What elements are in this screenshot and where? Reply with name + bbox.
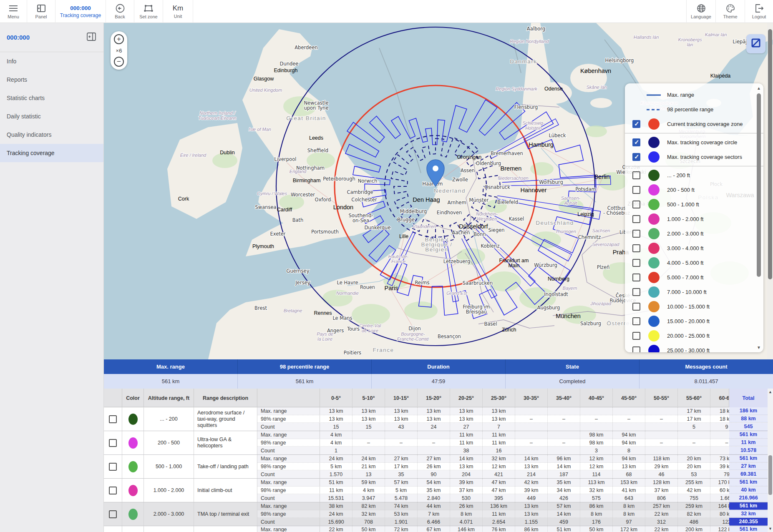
subrow-label: Count	[257, 423, 320, 431]
zoom-in-button[interactable]: +	[114, 34, 124, 44]
total-cell[interactable]: 561 km	[729, 479, 768, 486]
angle-value-cell: 5.478	[385, 494, 418, 502]
angle-value-cell-cut: 122 km	[710, 526, 729, 532]
legend-checkbox[interactable]	[632, 153, 640, 161]
legend-checkbox[interactable]	[632, 244, 640, 252]
sidebar-item-statistic-charts[interactable]: Statistic charts	[0, 89, 103, 107]
checkbox-cell	[104, 502, 122, 526]
angle-value-cell: 3	[580, 447, 613, 454]
toggle-basemap-button[interactable]	[746, 34, 765, 53]
table-subrow: Count138163810.578	[257, 447, 768, 454]
angle-value-cell: 5 km	[320, 463, 353, 470]
angle-value-cell: 4 km	[320, 431, 353, 439]
language-button[interactable]: Language	[686, 0, 715, 23]
sidebar-item-tracking-coverage[interactable]: Tracking coverage	[0, 144, 103, 162]
sidebar-item-info[interactable]: Info	[0, 52, 103, 70]
total-cell[interactable]: 27 km	[729, 463, 768, 470]
total-cell[interactable]: 561 km	[729, 455, 768, 462]
map-label: Osnabrück	[484, 184, 510, 190]
total-cell[interactable]: 10.578	[729, 447, 768, 454]
total-cell[interactable]: 216.966	[729, 494, 768, 502]
coverage-table-body: ... - 200Aerodrome surface / taxi-way, g…	[104, 407, 773, 532]
total-cell[interactable]: 545	[729, 423, 768, 431]
table-row[interactable]: 1.000 - 2.000Initial climb-outMax. range…	[104, 479, 773, 502]
theme-button[interactable]: Theme	[715, 0, 745, 23]
table-scroll-down-icon[interactable]: ▼	[768, 527, 773, 531]
total-cell[interactable]: 561 km	[729, 526, 768, 532]
map-scrollbar[interactable]	[767, 23, 773, 359]
legend-checkbox[interactable]	[632, 230, 640, 238]
legend-checkbox[interactable]	[632, 332, 640, 340]
legend-checkbox[interactable]	[632, 303, 640, 311]
logout-button[interactable]: Logout	[745, 0, 773, 23]
legend-scroll-down-icon[interactable]: ▼	[756, 345, 761, 350]
row-checkbox[interactable]	[109, 439, 117, 447]
table-row[interactable]: ... - 200Aerodrome surface / taxi-way, g…	[104, 407, 773, 431]
total-cell[interactable]: 40 km	[729, 487, 768, 494]
menu-button[interactable]: Menu	[0, 0, 27, 23]
zoom-out-button[interactable]: −	[114, 57, 124, 67]
legend-checkbox[interactable]	[632, 346, 640, 352]
table-scrollbar[interactable]: ▲ ▼	[768, 389, 773, 532]
legend-checkbox[interactable]	[632, 215, 640, 223]
map-label: Bourgogne-Franche-Comté	[397, 331, 429, 341]
map-label: Severozápad	[592, 242, 620, 247]
total-cell[interactable]: 561 km	[729, 431, 768, 439]
row-checkbox[interactable]	[109, 415, 117, 423]
map-label: Düsseldorf	[459, 223, 488, 230]
total-cell[interactable]: 11 km	[729, 439, 768, 447]
total-cell[interactable]: 186 km	[729, 407, 768, 415]
legend-checkbox[interactable]	[632, 171, 640, 179]
legend-toggle-max-tracking-coverage-sectors: Max. tracking coverage sectors	[625, 150, 763, 164]
back-button[interactable]: Back	[106, 0, 134, 23]
collapse-panel-icon[interactable]	[87, 33, 96, 43]
total-cell[interactable]: 240.355	[729, 518, 768, 526]
table-subrow: Max. range51 km59 km57 km54 km39 km47 km…	[257, 479, 768, 487]
table-row[interactable]: 2.000 - 3.000TMA top / terminal exitMax.…	[104, 502, 773, 526]
angle-value-cell-cut: 80 km	[710, 510, 729, 518]
tab-tracking-coverage[interactable]: 000:000 Tracking coverage	[55, 0, 106, 23]
angle-value-cell: 47 km	[483, 479, 515, 486]
sidebar-item-daily-statistic[interactable]: Daily statistic	[0, 107, 103, 125]
total-cell[interactable]: 32 km	[729, 510, 768, 518]
table-row[interactable]: 500 - 1.000Take-off / landing pathMax. r…	[104, 455, 773, 479]
toolbar: Menu Panel 000:000 Tracking coverage Bac…	[0, 0, 773, 23]
sidebar-item-reports[interactable]: Reports	[0, 70, 103, 89]
total-cell[interactable]: 69.381	[729, 470, 768, 478]
angle-value-cell-cut: 60 km	[710, 487, 729, 494]
total-cell[interactable]: 561 km	[729, 502, 768, 510]
legend-checkbox[interactable]	[632, 186, 640, 194]
table-scroll-thumb[interactable]	[768, 455, 772, 495]
row-checkbox[interactable]	[109, 463, 117, 471]
legend-checkbox[interactable]	[632, 259, 640, 267]
legend-scroll-thumb[interactable]	[757, 93, 761, 277]
legend-checkbox[interactable]	[632, 274, 640, 281]
sidebar-item-quality-indicators[interactable]: Quality indicators	[0, 125, 103, 144]
table-row[interactable]: 200 - 500Ultra-low GA & helicoptersMax. …	[104, 431, 773, 455]
angle-value-cell: 96 km	[548, 455, 580, 462]
panel-button[interactable]: Panel	[27, 0, 55, 23]
angle-value-cell: 37 km	[645, 487, 678, 494]
legend-checkbox[interactable]	[632, 201, 640, 208]
set-zone-button[interactable]: Set zone	[134, 0, 163, 23]
legend-scrollbar[interactable]: ▲ ▼	[756, 86, 762, 350]
row-checkbox[interactable]	[109, 510, 117, 518]
legend-scroll-up-icon[interactable]: ▲	[756, 86, 761, 90]
table-scroll-up-icon[interactable]: ▲	[768, 390, 773, 394]
color-swatch	[648, 286, 660, 298]
zoom-level-label: ×6	[116, 48, 122, 54]
map-label: Bath	[292, 217, 304, 223]
unit-button[interactable]: Km Unit	[163, 0, 193, 23]
map-scroll-thumb[interactable]	[768, 29, 772, 279]
map-label: Thüringen	[555, 229, 576, 234]
map-label: Worcester	[291, 192, 315, 198]
summary-value-cell: 561 km	[238, 374, 372, 389]
legend-checkbox[interactable]	[632, 138, 640, 146]
legend-checkbox[interactable]	[632, 120, 640, 128]
legend-checkbox[interactable]	[632, 317, 640, 325]
map-canvas[interactable]: AberdeenDundeeEdinburghGlasgowNewcastleu…	[104, 23, 773, 359]
table-row[interactable]: Max. range22 km50 km72 km67 km146 km76 k…	[104, 526, 773, 532]
row-checkbox[interactable]	[109, 487, 117, 494]
legend-checkbox[interactable]	[632, 288, 640, 296]
total-cell[interactable]: 88 km	[729, 415, 768, 423]
